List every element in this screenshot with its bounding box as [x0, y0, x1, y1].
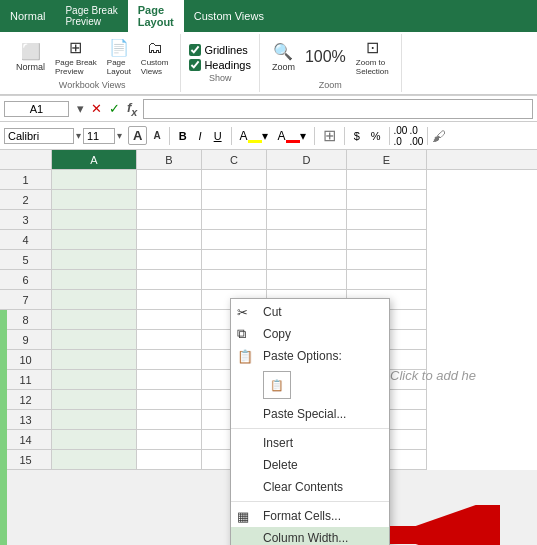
headings-check[interactable]: [189, 59, 201, 71]
col-header-e[interactable]: E: [347, 150, 427, 169]
zoom-100-btn[interactable]: 100%: [301, 46, 350, 69]
cell-e1[interactable]: [347, 170, 427, 190]
row-header-12[interactable]: 12: [0, 390, 51, 410]
col-header-b[interactable]: B: [137, 150, 202, 169]
cell-a7[interactable]: [52, 290, 137, 310]
italic-btn[interactable]: I: [194, 128, 207, 144]
cell-a3[interactable]: [52, 210, 137, 230]
cell-c1[interactable]: [202, 170, 267, 190]
cell-e2[interactable]: [347, 190, 427, 210]
cell-a2[interactable]: [52, 190, 137, 210]
increase-decimal-btn[interactable]: .00.0: [394, 125, 408, 147]
row-header-1[interactable]: 1: [0, 170, 51, 190]
bold-btn[interactable]: B: [174, 128, 192, 144]
zoom-selection-btn[interactable]: ⊡ Zoom toSelection: [352, 36, 393, 78]
row-header-10[interactable]: 10: [0, 350, 51, 370]
font-name-input[interactable]: [4, 128, 74, 144]
cell-b7[interactable]: [137, 290, 202, 310]
cell-e3[interactable]: [347, 210, 427, 230]
font-size-input[interactable]: [83, 128, 115, 144]
paste-option-clipboard[interactable]: 📋: [263, 371, 291, 399]
row-header-13[interactable]: 13: [0, 410, 51, 430]
cell-b8[interactable]: [137, 310, 202, 330]
row-header-11[interactable]: 11: [0, 370, 51, 390]
cell-a6[interactable]: [52, 270, 137, 290]
cell-b2[interactable]: [137, 190, 202, 210]
cell-d4[interactable]: [267, 230, 347, 250]
row-header-8[interactable]: 8: [0, 310, 51, 330]
col-header-c[interactable]: C: [202, 150, 267, 169]
cell-e5[interactable]: [347, 250, 427, 270]
menu-insert[interactable]: Insert: [231, 432, 389, 454]
cell-b6[interactable]: [137, 270, 202, 290]
cell-b9[interactable]: [137, 330, 202, 350]
page-break-btn[interactable]: ⊞ Page BreakPreview: [51, 36, 101, 78]
normal-view-btn[interactable]: ⬜ Normal: [12, 40, 49, 74]
cell-a12[interactable]: [52, 390, 137, 410]
cell-b10[interactable]: [137, 350, 202, 370]
cell-b13[interactable]: [137, 410, 202, 430]
percent-btn[interactable]: %: [367, 129, 385, 143]
dollar-btn[interactable]: $: [349, 128, 365, 144]
cell-a11[interactable]: [52, 370, 137, 390]
tab-page-break-preview[interactable]: Page BreakPreview: [55, 0, 127, 32]
col-header-d[interactable]: D: [267, 150, 347, 169]
cell-b12[interactable]: [137, 390, 202, 410]
decrease-font-btn[interactable]: A: [149, 129, 164, 142]
col-header-a[interactable]: A: [52, 150, 137, 169]
menu-cut[interactable]: ✂ Cut: [231, 301, 389, 323]
menu-column-width[interactable]: Column Width...: [231, 527, 389, 545]
cell-a4[interactable]: [52, 230, 137, 250]
formula-input[interactable]: [143, 99, 533, 119]
cell-e6[interactable]: [347, 270, 427, 290]
decrease-decimal-btn[interactable]: .0.00: [409, 125, 423, 147]
cell-c2[interactable]: [202, 190, 267, 210]
cell-a1[interactable]: [52, 170, 137, 190]
highlight-color-btn[interactable]: A▾: [236, 128, 272, 144]
format-painter-btn[interactable]: 🖌: [432, 128, 446, 144]
menu-clear-contents[interactable]: Clear Contents: [231, 476, 389, 498]
gridlines-check[interactable]: [189, 44, 201, 56]
row-header-9[interactable]: 9: [0, 330, 51, 350]
custom-views-btn[interactable]: 🗂 CustomViews: [137, 37, 173, 78]
cell-b4[interactable]: [137, 230, 202, 250]
cell-c3[interactable]: [202, 210, 267, 230]
cell-a13[interactable]: [52, 410, 137, 430]
cell-c4[interactable]: [202, 230, 267, 250]
cell-d2[interactable]: [267, 190, 347, 210]
name-box[interactable]: [4, 101, 69, 117]
cell-d6[interactable]: [267, 270, 347, 290]
row-header-7[interactable]: 7: [0, 290, 51, 310]
cell-d3[interactable]: [267, 210, 347, 230]
row-header-14[interactable]: 14: [0, 430, 51, 450]
cell-a9[interactable]: [52, 330, 137, 350]
row-header-5[interactable]: 5: [0, 250, 51, 270]
menu-paste-options[interactable]: 📋 Paste Options:: [231, 345, 389, 367]
cell-b14[interactable]: [137, 430, 202, 450]
borders-btn[interactable]: ⊞: [319, 125, 340, 146]
expand-icon[interactable]: ▾: [75, 101, 86, 116]
confirm-formula-icon[interactable]: ✓: [107, 101, 122, 116]
menu-paste-special[interactable]: Paste Special...: [231, 403, 389, 425]
increase-font-btn[interactable]: A: [128, 126, 147, 145]
row-header-2[interactable]: 2: [0, 190, 51, 210]
zoom-btn[interactable]: 🔍 Zoom: [268, 40, 299, 74]
cell-b3[interactable]: [137, 210, 202, 230]
tab-normal[interactable]: Normal: [0, 0, 55, 32]
page-layout-btn[interactable]: 📄 PageLayout: [103, 36, 135, 78]
insert-function-icon[interactable]: fx: [125, 100, 139, 118]
cell-a14[interactable]: [52, 430, 137, 450]
cell-e4[interactable]: [347, 230, 427, 250]
font-color-btn[interactable]: A▾: [274, 128, 310, 144]
tab-page-layout[interactable]: PageLayout: [128, 0, 184, 32]
headings-checkbox[interactable]: Headings: [189, 59, 250, 71]
cell-a10[interactable]: [52, 350, 137, 370]
cell-b5[interactable]: [137, 250, 202, 270]
cell-d1[interactable]: [267, 170, 347, 190]
menu-copy[interactable]: ⧉ Copy: [231, 323, 389, 345]
cell-d5[interactable]: [267, 250, 347, 270]
underline-btn[interactable]: U: [209, 128, 227, 144]
row-header-3[interactable]: 3: [0, 210, 51, 230]
menu-delete[interactable]: Delete: [231, 454, 389, 476]
cell-b11[interactable]: [137, 370, 202, 390]
